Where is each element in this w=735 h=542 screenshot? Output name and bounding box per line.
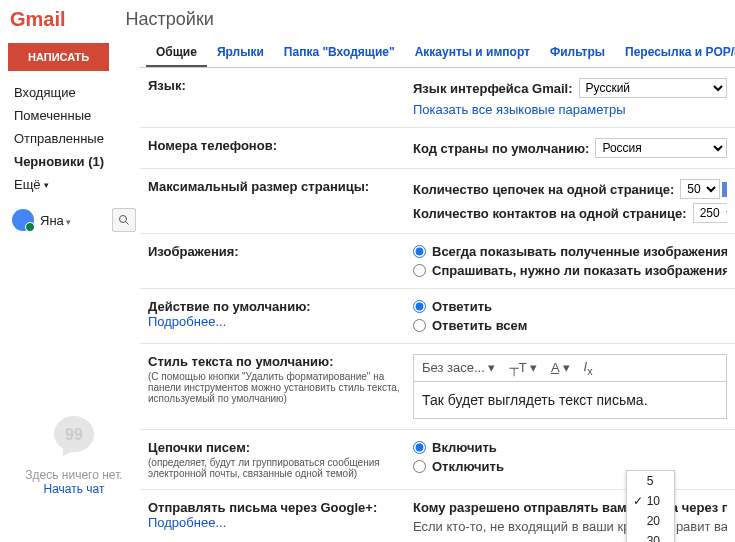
conversation-label: Цепочки писем: (определяет, будут ли гру… [148, 440, 413, 479]
nav-starred[interactable]: Помеченные [8, 104, 140, 127]
tab-inbox[interactable]: Папка "Входящие" [274, 39, 405, 67]
svg-text:99: 99 [65, 426, 83, 443]
images-label: Изображения: [148, 244, 413, 278]
hangouts-icon: 99 [50, 412, 98, 460]
search-icon [118, 214, 130, 226]
sidebar: НАПИСАТЬ Входящие Помеченные Отправленны… [0, 35, 140, 542]
contacts-select[interactable]: 250 [693, 203, 727, 223]
threads-per-page-label: Количество цепочек на одной странице: [413, 182, 674, 197]
lang-label: Язык: [148, 78, 413, 117]
undo-period-dropdown[interactable]: 5 10 20 30 [626, 470, 675, 542]
page-title: Настройки [126, 9, 214, 30]
font-sample: Так будет выглядеть текст письма. [413, 382, 727, 419]
dropdown-option[interactable]: 5 [627, 471, 674, 491]
conv-off-radio[interactable] [413, 460, 426, 473]
tab-labels[interactable]: Ярлыки [207, 39, 274, 67]
font-color-icon[interactable]: A ▾ [551, 360, 570, 375]
nav-drafts[interactable]: Черновики (1) [8, 150, 140, 173]
remove-format-icon[interactable]: Ix [584, 359, 593, 377]
settings-tabs: Общие Ярлыки Папка "Входящие" Аккаунты и… [140, 35, 735, 68]
compose-button[interactable]: НАПИСАТЬ [8, 43, 109, 71]
country-code-label: Код страны по умолчанию: [413, 141, 589, 156]
font-family-select[interactable]: Без засе... ▾ [422, 360, 495, 375]
tab-accounts[interactable]: Аккаунты и импорт [405, 39, 540, 67]
reply-all-radio[interactable] [413, 319, 426, 332]
font-toolbar: Без засе... ▾ ┬T ▾ A ▾ Ix [413, 354, 727, 382]
gmail-logo: Gmail [10, 8, 66, 31]
tab-filters[interactable]: Фильтры [540, 39, 615, 67]
country-code-select[interactable]: Россия [595, 138, 727, 158]
search-button[interactable] [112, 208, 136, 232]
dropdown-option[interactable]: 30 [627, 531, 674, 542]
default-action-label: Действие по умолчанию: Подробнее... [148, 299, 413, 333]
images-ask-radio[interactable] [413, 264, 426, 277]
hangouts-area: 99 Здесь ничего нет. Начать чат [8, 412, 140, 496]
conv-on-radio[interactable] [413, 441, 426, 454]
svg-line-1 [126, 222, 129, 225]
reply-radio[interactable] [413, 300, 426, 313]
gplus-label: Отправлять письма через Google+: Подробн… [148, 500, 413, 534]
start-chat-link[interactable]: Начать чат [18, 482, 130, 496]
phones-label: Номера телефонов: [148, 138, 413, 158]
ui-lang-label: Язык интерфейса Gmail: [413, 81, 573, 96]
dropdown-option[interactable]: 20 [627, 511, 674, 531]
ui-lang-select[interactable]: Русский [579, 78, 727, 98]
tab-forwarding[interactable]: Пересылка и POP/IMAP [615, 39, 735, 67]
threads-select[interactable]: 50 [680, 179, 720, 199]
nav-more[interactable]: Ещё [8, 173, 140, 196]
contacts-per-page-label: Количество контактов на одной странице: [413, 206, 687, 221]
images-always-radio[interactable] [413, 245, 426, 258]
font-size-icon[interactable]: ┬T ▾ [509, 360, 537, 375]
gplus-learn-link[interactable]: Подробнее... [148, 515, 413, 530]
text-style-label: Стиль текста по умолчанию: (С помощью кн… [148, 354, 413, 419]
dropdown-option[interactable]: 10 [627, 491, 674, 511]
default-action-learn-link[interactable]: Подробнее... [148, 314, 413, 329]
nav-sent[interactable]: Отправленные [8, 127, 140, 150]
tab-general[interactable]: Общие [146, 39, 207, 67]
avatar[interactable] [12, 209, 34, 231]
svg-point-0 [120, 216, 127, 223]
pagesize-label: Максимальный размер страницы: [148, 179, 413, 223]
show-all-langs-link[interactable]: Показать все языковые параметры [413, 102, 625, 117]
user-name[interactable]: Яна [40, 213, 112, 228]
stepper-icon[interactable] [722, 182, 727, 197]
nav-inbox[interactable]: Входящие [8, 81, 140, 104]
hangouts-empty-text: Здесь ничего нет. [18, 468, 130, 482]
